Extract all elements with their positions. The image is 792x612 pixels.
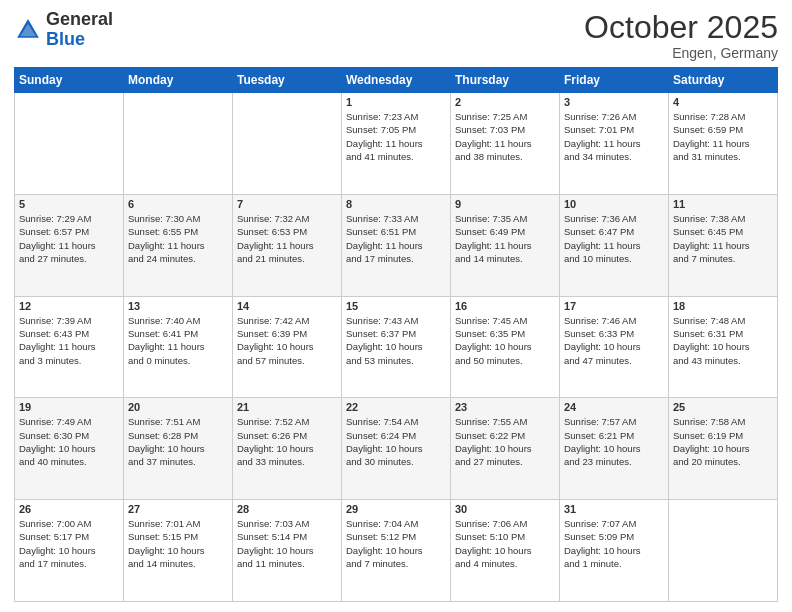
day-info: Sunrise: 7:03 AM Sunset: 5:14 PM Dayligh… [237, 517, 337, 570]
day-info: Sunrise: 7:25 AM Sunset: 7:03 PM Dayligh… [455, 110, 555, 163]
day-header-friday: Friday [560, 68, 669, 93]
day-number: 3 [564, 96, 664, 108]
calendar-cell: 12Sunrise: 7:39 AM Sunset: 6:43 PM Dayli… [15, 296, 124, 398]
calendar-cell: 15Sunrise: 7:43 AM Sunset: 6:37 PM Dayli… [342, 296, 451, 398]
day-number: 6 [128, 198, 228, 210]
day-number: 8 [346, 198, 446, 210]
title-block: October 2025 Engen, Germany [584, 10, 778, 61]
day-header-tuesday: Tuesday [233, 68, 342, 93]
day-info: Sunrise: 7:26 AM Sunset: 7:01 PM Dayligh… [564, 110, 664, 163]
day-info: Sunrise: 7:33 AM Sunset: 6:51 PM Dayligh… [346, 212, 446, 265]
calendar-cell: 2Sunrise: 7:25 AM Sunset: 7:03 PM Daylig… [451, 93, 560, 195]
day-info: Sunrise: 7:42 AM Sunset: 6:39 PM Dayligh… [237, 314, 337, 367]
month-title: October 2025 [584, 10, 778, 45]
day-number: 18 [673, 300, 773, 312]
day-info: Sunrise: 7:36 AM Sunset: 6:47 PM Dayligh… [564, 212, 664, 265]
calendar-cell: 4Sunrise: 7:28 AM Sunset: 6:59 PM Daylig… [669, 93, 778, 195]
day-number: 21 [237, 401, 337, 413]
calendar-cell: 6Sunrise: 7:30 AM Sunset: 6:55 PM Daylig… [124, 194, 233, 296]
calendar-week-row: 12Sunrise: 7:39 AM Sunset: 6:43 PM Dayli… [15, 296, 778, 398]
calendar-cell: 11Sunrise: 7:38 AM Sunset: 6:45 PM Dayli… [669, 194, 778, 296]
calendar-cell: 8Sunrise: 7:33 AM Sunset: 6:51 PM Daylig… [342, 194, 451, 296]
day-number: 31 [564, 503, 664, 515]
calendar-cell: 21Sunrise: 7:52 AM Sunset: 6:26 PM Dayli… [233, 398, 342, 500]
day-header-monday: Monday [124, 68, 233, 93]
day-header-wednesday: Wednesday [342, 68, 451, 93]
day-number: 10 [564, 198, 664, 210]
day-info: Sunrise: 7:04 AM Sunset: 5:12 PM Dayligh… [346, 517, 446, 570]
day-number: 5 [19, 198, 119, 210]
calendar-cell: 5Sunrise: 7:29 AM Sunset: 6:57 PM Daylig… [15, 194, 124, 296]
calendar-cell: 30Sunrise: 7:06 AM Sunset: 5:10 PM Dayli… [451, 500, 560, 602]
calendar-cell: 18Sunrise: 7:48 AM Sunset: 6:31 PM Dayli… [669, 296, 778, 398]
logo-blue-text: Blue [46, 29, 85, 49]
day-header-thursday: Thursday [451, 68, 560, 93]
day-number: 17 [564, 300, 664, 312]
day-info: Sunrise: 7:54 AM Sunset: 6:24 PM Dayligh… [346, 415, 446, 468]
day-number: 28 [237, 503, 337, 515]
day-info: Sunrise: 7:07 AM Sunset: 5:09 PM Dayligh… [564, 517, 664, 570]
day-info: Sunrise: 7:06 AM Sunset: 5:10 PM Dayligh… [455, 517, 555, 570]
calendar-cell: 25Sunrise: 7:58 AM Sunset: 6:19 PM Dayli… [669, 398, 778, 500]
day-number: 22 [346, 401, 446, 413]
day-info: Sunrise: 7:35 AM Sunset: 6:49 PM Dayligh… [455, 212, 555, 265]
calendar-cell: 7Sunrise: 7:32 AM Sunset: 6:53 PM Daylig… [233, 194, 342, 296]
calendar-cell: 14Sunrise: 7:42 AM Sunset: 6:39 PM Dayli… [233, 296, 342, 398]
calendar-cell: 31Sunrise: 7:07 AM Sunset: 5:09 PM Dayli… [560, 500, 669, 602]
day-number: 16 [455, 300, 555, 312]
calendar-cell: 29Sunrise: 7:04 AM Sunset: 5:12 PM Dayli… [342, 500, 451, 602]
day-info: Sunrise: 7:01 AM Sunset: 5:15 PM Dayligh… [128, 517, 228, 570]
day-info: Sunrise: 7:28 AM Sunset: 6:59 PM Dayligh… [673, 110, 773, 163]
day-number: 15 [346, 300, 446, 312]
day-number: 12 [19, 300, 119, 312]
calendar-cell: 24Sunrise: 7:57 AM Sunset: 6:21 PM Dayli… [560, 398, 669, 500]
calendar-cell [124, 93, 233, 195]
day-number: 9 [455, 198, 555, 210]
day-info: Sunrise: 7:57 AM Sunset: 6:21 PM Dayligh… [564, 415, 664, 468]
calendar-header-row: SundayMondayTuesdayWednesdayThursdayFrid… [15, 68, 778, 93]
day-info: Sunrise: 7:52 AM Sunset: 6:26 PM Dayligh… [237, 415, 337, 468]
calendar-cell: 3Sunrise: 7:26 AM Sunset: 7:01 PM Daylig… [560, 93, 669, 195]
calendar-cell: 16Sunrise: 7:45 AM Sunset: 6:35 PM Dayli… [451, 296, 560, 398]
logo-general-text: General [46, 9, 113, 29]
day-number: 4 [673, 96, 773, 108]
day-number: 23 [455, 401, 555, 413]
day-info: Sunrise: 7:49 AM Sunset: 6:30 PM Dayligh… [19, 415, 119, 468]
day-info: Sunrise: 7:51 AM Sunset: 6:28 PM Dayligh… [128, 415, 228, 468]
calendar-week-row: 26Sunrise: 7:00 AM Sunset: 5:17 PM Dayli… [15, 500, 778, 602]
calendar-cell: 19Sunrise: 7:49 AM Sunset: 6:30 PM Dayli… [15, 398, 124, 500]
day-number: 24 [564, 401, 664, 413]
calendar-cell: 20Sunrise: 7:51 AM Sunset: 6:28 PM Dayli… [124, 398, 233, 500]
calendar-cell: 9Sunrise: 7:35 AM Sunset: 6:49 PM Daylig… [451, 194, 560, 296]
day-info: Sunrise: 7:23 AM Sunset: 7:05 PM Dayligh… [346, 110, 446, 163]
day-number: 19 [19, 401, 119, 413]
day-info: Sunrise: 7:46 AM Sunset: 6:33 PM Dayligh… [564, 314, 664, 367]
day-number: 26 [19, 503, 119, 515]
day-info: Sunrise: 7:38 AM Sunset: 6:45 PM Dayligh… [673, 212, 773, 265]
day-number: 27 [128, 503, 228, 515]
logo: General Blue [14, 10, 113, 50]
day-info: Sunrise: 7:32 AM Sunset: 6:53 PM Dayligh… [237, 212, 337, 265]
day-info: Sunrise: 7:48 AM Sunset: 6:31 PM Dayligh… [673, 314, 773, 367]
calendar-cell: 26Sunrise: 7:00 AM Sunset: 5:17 PM Dayli… [15, 500, 124, 602]
day-info: Sunrise: 7:58 AM Sunset: 6:19 PM Dayligh… [673, 415, 773, 468]
calendar-week-row: 19Sunrise: 7:49 AM Sunset: 6:30 PM Dayli… [15, 398, 778, 500]
calendar-cell [233, 93, 342, 195]
day-number: 1 [346, 96, 446, 108]
day-info: Sunrise: 7:00 AM Sunset: 5:17 PM Dayligh… [19, 517, 119, 570]
day-number: 11 [673, 198, 773, 210]
page: General Blue October 2025 Engen, Germany… [0, 0, 792, 612]
day-info: Sunrise: 7:40 AM Sunset: 6:41 PM Dayligh… [128, 314, 228, 367]
day-info: Sunrise: 7:55 AM Sunset: 6:22 PM Dayligh… [455, 415, 555, 468]
day-number: 13 [128, 300, 228, 312]
calendar-cell: 13Sunrise: 7:40 AM Sunset: 6:41 PM Dayli… [124, 296, 233, 398]
day-number: 30 [455, 503, 555, 515]
day-number: 20 [128, 401, 228, 413]
calendar-cell: 1Sunrise: 7:23 AM Sunset: 7:05 PM Daylig… [342, 93, 451, 195]
calendar-cell: 22Sunrise: 7:54 AM Sunset: 6:24 PM Dayli… [342, 398, 451, 500]
day-number: 14 [237, 300, 337, 312]
header: General Blue October 2025 Engen, Germany [14, 10, 778, 61]
day-header-sunday: Sunday [15, 68, 124, 93]
calendar-cell: 17Sunrise: 7:46 AM Sunset: 6:33 PM Dayli… [560, 296, 669, 398]
calendar-week-row: 1Sunrise: 7:23 AM Sunset: 7:05 PM Daylig… [15, 93, 778, 195]
